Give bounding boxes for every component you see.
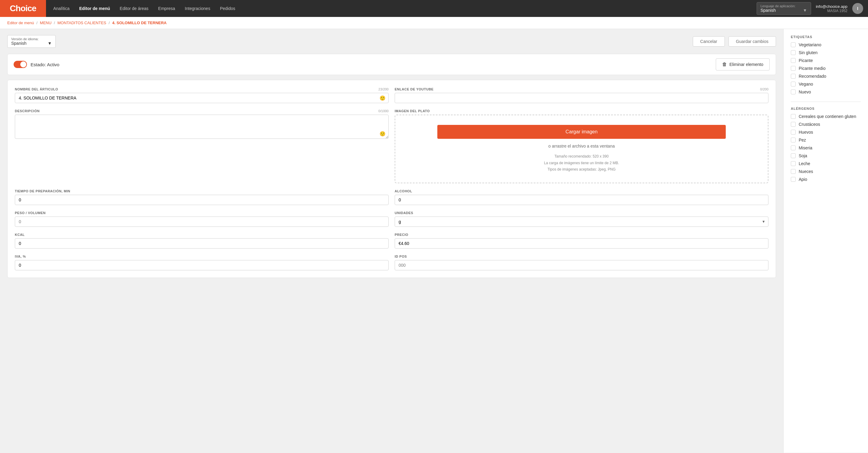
field-iva: IVA, % [15, 255, 389, 270]
checkbox-leche[interactable] [791, 161, 796, 166]
units-label: UNIDADES [395, 211, 413, 215]
breadcrumb-montaditos[interactable]: MONTADITOS CALIENTES [58, 21, 106, 25]
upload-hints: Tamaño recomendado: 520 x 390 La carga d… [544, 153, 619, 173]
emoji-icon-name[interactable]: 🙂 [379, 95, 385, 101]
sidebar-divider [791, 102, 861, 102]
checkbox-apio[interactable] [791, 177, 796, 182]
nav-item-editor-menu[interactable]: Editor de menú [79, 6, 110, 11]
nav-menu: Analítica Editor de menú Editor de áreas… [46, 6, 756, 11]
allergen-apio[interactable]: Apio [791, 177, 861, 182]
nav-item-analitica[interactable]: Analítica [53, 6, 70, 11]
label-picante[interactable]: Picante [791, 58, 861, 63]
checkbox-miseria[interactable] [791, 145, 796, 150]
alcohol-input[interactable] [395, 195, 768, 205]
field-kcal: KCAL [15, 233, 389, 249]
iva-input[interactable] [15, 260, 389, 270]
allergen-miseria-text: Miseria [799, 145, 812, 150]
allergen-nueces[interactable]: Nueces [791, 169, 861, 174]
checkbox-vegano[interactable] [791, 82, 796, 87]
checkbox-soja[interactable] [791, 153, 796, 158]
youtube-input[interactable] [395, 93, 768, 103]
label-sin-gluten-text: Sin gluten [799, 50, 817, 55]
allergen-miseria[interactable]: Miseria [791, 145, 861, 150]
allergen-crustaceos[interactable]: Crustáceos [791, 122, 861, 127]
checkbox-huevos[interactable] [791, 130, 796, 135]
label-vegano[interactable]: Vegano [791, 82, 861, 87]
breadcrumb-sep-1: / [36, 21, 37, 25]
upload-hint-2: La carga de imágenes tiene un límite de … [544, 160, 619, 167]
avatar[interactable]: I [852, 3, 863, 14]
upload-image-button[interactable]: Cargar imagen [437, 125, 726, 139]
description-textarea[interactable] [15, 115, 389, 139]
field-header-description: DESCRIPCIÓN 0/1000 [15, 109, 389, 113]
save-button[interactable]: Guardar cambios [728, 36, 776, 46]
field-header-weight: PESO / VOLUMEN [15, 211, 389, 215]
field-prep-time: TIEMPO DE PREPARACIÓN, MIN [15, 189, 389, 205]
breadcrumb-editor-menu[interactable]: Editor de menú [7, 21, 34, 25]
price-input[interactable] [395, 238, 768, 249]
labels-section-title: ETIQUETAS [791, 35, 861, 39]
checkbox-cereales[interactable] [791, 114, 796, 119]
label-recomendado-text: Recomendado [799, 74, 826, 78]
image-upload-area[interactable]: Cargar imagen o arrastre el archivo a es… [395, 115, 768, 183]
status-toggle[interactable] [13, 61, 27, 68]
trash-icon: 🗑 [722, 62, 727, 67]
delete-button-label: Eliminar elemento [730, 62, 763, 67]
labels-section: ETIQUETAS Vegetariano Sin gluten Picante… [791, 35, 861, 94]
field-price: PRECIO [395, 233, 768, 249]
version-language-selector[interactable]: Versión de idioma: Spanish ▼ [7, 35, 56, 48]
checkbox-picante-medio[interactable] [791, 66, 796, 71]
allergen-cereales[interactable]: Cereales que contienen gluten [791, 114, 861, 119]
toggle-knob [20, 61, 26, 67]
checkbox-pez[interactable] [791, 138, 796, 142]
top-navigation: Choice Analítica Editor de menú Editor d… [0, 0, 868, 17]
form-row-desc-image: DESCRIPCIÓN 0/1000 🙂 IMAGEN DEL PLATO Ca… [15, 109, 768, 183]
item-name-input[interactable] [15, 93, 389, 103]
allergen-cereales-text: Cereales que contienen gluten [799, 114, 856, 119]
field-alcohol: ALCOHOL [395, 189, 768, 205]
nav-item-editor-areas[interactable]: Editor de áreas [120, 6, 149, 11]
allergen-pez-text: Pez [799, 138, 806, 142]
label-recomendado[interactable]: Recomendado [791, 74, 861, 78]
main-content: Versión de idioma: Spanish ▼ Cancelar Gu… [0, 29, 783, 453]
checkbox-crustaceos[interactable] [791, 122, 796, 127]
breadcrumb-menu[interactable]: MENU [40, 21, 52, 25]
label-sin-gluten[interactable]: Sin gluten [791, 50, 861, 55]
checkbox-nuevo[interactable] [791, 90, 796, 94]
label-vegano-text: Vegano [799, 82, 813, 87]
nav-item-pedidos[interactable]: Pedidos [220, 6, 236, 11]
allergen-pez[interactable]: Pez [791, 138, 861, 142]
cancel-button[interactable]: Cancelar [693, 36, 725, 46]
prep-time-input[interactable] [15, 195, 389, 205]
price-label: PRECIO [395, 233, 408, 236]
description-label: DESCRIPCIÓN [15, 109, 40, 113]
kcal-input[interactable] [15, 238, 389, 249]
checkbox-sin-gluten[interactable] [791, 50, 796, 55]
allergen-leche[interactable]: Leche [791, 161, 861, 166]
delete-button[interactable]: 🗑 Eliminar elemento [716, 58, 770, 70]
breadcrumb: Editor de menú / MENU / MONTADITOS CALIE… [0, 17, 868, 29]
units-select-wrapper: g kg ml l oz ▼ [395, 217, 768, 227]
id-pos-input[interactable] [395, 260, 768, 270]
label-nuevo[interactable]: Nuevo [791, 90, 861, 94]
label-vegetariano[interactable]: Vegetariano [791, 42, 861, 47]
checkbox-nueces[interactable] [791, 169, 796, 174]
emoji-icon-desc[interactable]: 🙂 [379, 131, 385, 137]
nav-item-integraciones[interactable]: Integraciones [185, 6, 210, 11]
checkbox-recomendado[interactable] [791, 74, 796, 78]
checkbox-vegetariano[interactable] [791, 42, 796, 47]
label-picante-medio[interactable]: Picante medio [791, 66, 861, 71]
field-item-name: NOMBRE DEL ÁRTICULO 23/200 🙂 [15, 87, 389, 103]
youtube-count: 0/200 [760, 87, 768, 91]
status-text: Estado: Activo [31, 62, 59, 67]
checkbox-picante[interactable] [791, 58, 796, 63]
field-units: UNIDADES g kg ml l oz ▼ [395, 211, 768, 227]
units-select[interactable]: g kg ml l oz [395, 217, 768, 227]
app-language-selector[interactable]: Lenguaje de aplicación: Spanish ▼ [756, 2, 811, 15]
nav-item-empresa[interactable]: Empresa [158, 6, 175, 11]
allergen-huevos[interactable]: Huevos [791, 130, 861, 135]
lang-selector-value-row: Spanish ▼ [761, 8, 807, 13]
allergen-soja[interactable]: Soja [791, 153, 861, 158]
weight-input[interactable] [15, 217, 389, 227]
top-controls: Versión de idioma: Spanish ▼ Cancelar Gu… [7, 35, 776, 48]
